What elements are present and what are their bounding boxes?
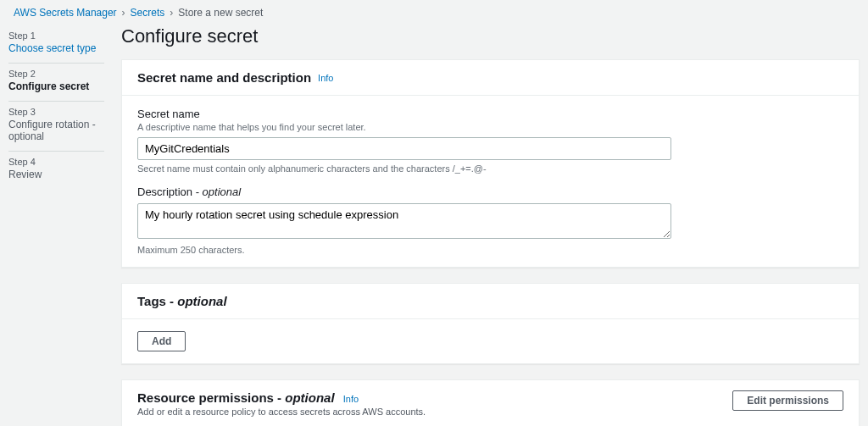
secret-name-hint: A descriptive name that helps you find y… xyxy=(137,122,843,132)
info-link[interactable]: Info xyxy=(343,394,359,404)
panel-heading: Secret name and description xyxy=(137,70,311,85)
secret-name-input[interactable] xyxy=(137,137,671,160)
description-constraint: Maximum 250 characters. xyxy=(137,245,843,255)
chevron-right-icon: › xyxy=(170,7,173,19)
info-link[interactable]: Info xyxy=(318,73,333,83)
secret-name-constraint: Secret name must contain only alphanumer… xyxy=(137,163,843,174)
breadcrumb: AWS Secrets Manager › Secrets › Store a … xyxy=(0,0,868,25)
chevron-right-icon: › xyxy=(122,7,125,19)
description-label: Description - optional xyxy=(137,185,843,198)
breadcrumb-current: Store a new secret xyxy=(178,7,263,19)
page-title: Configure secret xyxy=(121,25,860,47)
description-input[interactable] xyxy=(137,203,671,239)
edit-permissions-button[interactable]: Edit permissions xyxy=(732,390,843,411)
breadcrumb-root[interactable]: AWS Secrets Manager xyxy=(14,7,117,19)
panel-heading: Tags - optional xyxy=(137,294,227,308)
step-choose-secret-type[interactable]: Choose secret type xyxy=(8,42,104,54)
step-number: Step 3 xyxy=(8,107,104,117)
step-number: Step 1 xyxy=(8,30,104,41)
step-configure-secret: Configure secret xyxy=(8,80,104,92)
panel-permissions: Resource permissions - optional Info Add… xyxy=(121,379,860,426)
panel-heading: Resource permissions - optional xyxy=(137,390,338,405)
step-number: Step 4 xyxy=(8,157,104,167)
step-review: Review xyxy=(8,169,104,180)
panel-tags: Tags - optional Add xyxy=(121,283,860,364)
panel-name-description: Secret name and description Info Secret … xyxy=(121,59,860,268)
permissions-sub: Add or edit a resource policy to access … xyxy=(137,407,426,417)
breadcrumb-secrets[interactable]: Secrets xyxy=(131,7,165,19)
wizard-steps: Step 1 Choose secret type Step 2 Configu… xyxy=(8,25,121,426)
step-number: Step 2 xyxy=(8,69,104,79)
secret-name-label: Secret name xyxy=(137,108,843,120)
step-configure-rotation: Configure rotation - optional xyxy=(8,119,104,142)
add-tag-button[interactable]: Add xyxy=(137,331,186,351)
